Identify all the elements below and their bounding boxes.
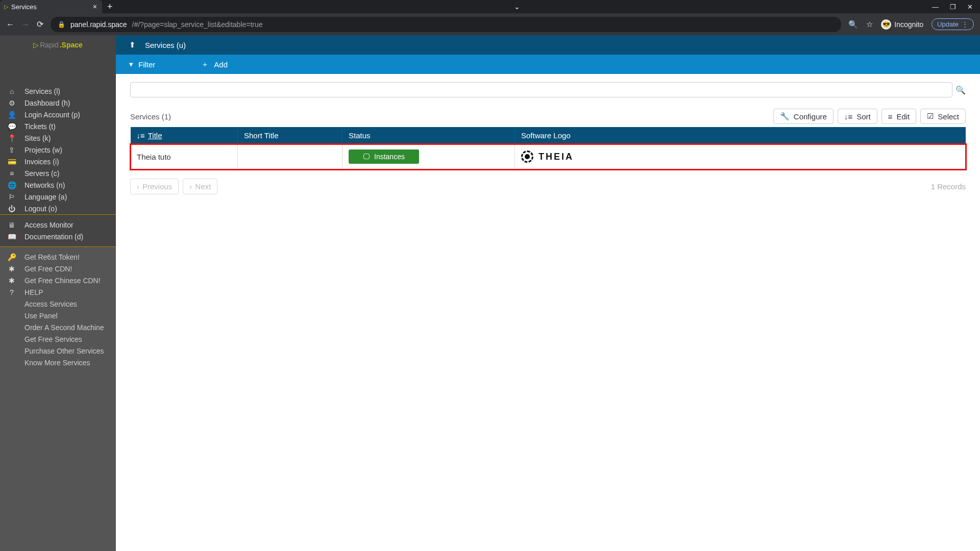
sidebar-item-get-free-services[interactable]: Get Free Services [0, 333, 116, 345]
new-tab-button[interactable]: + [107, 2, 113, 12]
sidebar-item-language[interactable]: 🏳Language (a) [0, 191, 116, 203]
sidebar-item-label: Login Account (p) [24, 111, 80, 119]
sidebar-main-list: ⌂Services (l) ⚙Dashboard (h) 👤Login Acco… [0, 85, 116, 214]
minimize-button[interactable]: — [932, 3, 939, 11]
sidebar-item-label: Access Services [24, 300, 77, 308]
cell-logo: THEIA [515, 144, 966, 169]
sidebar-item-dashboard[interactable]: ⚙Dashboard (h) [0, 97, 116, 109]
sidebar-item-order-machine[interactable]: Order A Second Machine [0, 321, 116, 333]
sidebar-item-tickets[interactable]: 💬Tickets (t) [0, 120, 116, 132]
monitor-icon: 🖥 [7, 221, 16, 229]
card-icon: 💳 [7, 158, 16, 166]
sidebar-item-documentation[interactable]: 📖Documentation (d) [0, 231, 116, 242]
configure-button[interactable]: 🔧Configure [773, 109, 834, 124]
edit-button[interactable]: ≡Edit [881, 109, 917, 124]
instances-button[interactable]: 🖵 Instances [349, 149, 419, 164]
reload-button[interactable]: ⟳ [37, 19, 43, 29]
col-status-header[interactable]: Status [342, 127, 515, 144]
key-icon: 🔑 [7, 253, 16, 261]
restore-button[interactable]: ❐ [950, 3, 956, 11]
sidebar-item-label: Get Re6st Token! [24, 253, 80, 261]
search-input[interactable] [130, 82, 952, 97]
sidebar-item-projects[interactable]: ⇪Projects (w) [0, 144, 116, 156]
theia-logo-text: THEIA [538, 152, 574, 162]
table-toolbar: 🔧Configure ↓≡Sort ≡Edit ☑Select [773, 109, 966, 124]
sidebar-item-free-chinese-cdn[interactable]: ✱Get Free Chinese CDN! [0, 274, 116, 286]
back-button[interactable]: ← [6, 20, 14, 29]
prev-page-button[interactable]: ‹Previous [130, 179, 179, 194]
incognito-indicator[interactable]: 😎 Incognito [881, 19, 923, 30]
main-content: ⬆ Services (u) ▾ Filter ＋ Add 🔍 Services… [116, 35, 980, 551]
incognito-icon: 😎 [881, 19, 891, 30]
tabs-overflow-icon[interactable]: ⌄ [514, 3, 520, 11]
sidebar-item-label: Projects (w) [24, 146, 62, 154]
sidebar-item-purchase-services[interactable]: Purchase Other Services [0, 345, 116, 357]
sidebar-item-label: Purchase Other Services [24, 347, 104, 355]
page-title: Services (u) [145, 41, 186, 49]
add-button[interactable]: ＋ Add [201, 60, 228, 69]
filter-button[interactable]: ▾ Filter [129, 60, 155, 69]
sidebar-item-sites[interactable]: 📍Sites (k) [0, 132, 116, 144]
sidebar-item-use-panel[interactable]: Use Panel [0, 310, 116, 321]
sidebar-item-label: Know More Services [24, 359, 90, 367]
sidebar-item-login[interactable]: 👤Login Account (p) [0, 109, 116, 120]
col-title-header[interactable]: ↓≡Title [131, 127, 238, 144]
sidebar-item-know-more[interactable]: Know More Services [0, 357, 116, 368]
sidebar-item-logout[interactable]: ⏻Logout (o) [0, 203, 116, 214]
tab-close-icon[interactable]: × [93, 3, 97, 11]
sidebar-item-label: HELP [24, 288, 43, 296]
records-label: 1 Records [931, 182, 966, 191]
table-row[interactable]: Theia tuto 🖵 Instances THEIA [131, 144, 966, 169]
up-arrow-icon[interactable]: ⬆ [129, 40, 136, 49]
share-icon: ⇪ [7, 146, 16, 154]
forward-button[interactable]: → [21, 20, 30, 29]
col-logo-header[interactable]: Software Logo [515, 127, 966, 144]
sort-button[interactable]: ↓≡Sort [838, 109, 877, 124]
close-window-button[interactable]: ✕ [967, 3, 973, 11]
instances-label: Instances [374, 153, 405, 161]
sidebar-item-free-cdn[interactable]: ✱Get Free CDN! [0, 263, 116, 274]
col-title-link[interactable]: Title [148, 131, 162, 140]
brand-rapid: Rapid [40, 41, 59, 49]
col-short-title-header[interactable]: Short Title [238, 127, 342, 144]
user-icon: 👤 [7, 111, 16, 119]
sidebar-item-label: Language (a) [24, 193, 67, 201]
sidebar-item-label: Servers (c) [24, 169, 59, 178]
sidebar-item-services[interactable]: ⌂Services (l) [0, 85, 116, 97]
toolbar-right: 🔍 ☆ 😎 Incognito Update ⋮ [848, 18, 974, 30]
lock-icon: 🔒 [58, 21, 65, 28]
sidebar-item-access-services[interactable]: Access Services [0, 298, 116, 310]
star-icon: ✱ [7, 277, 16, 285]
sidebar-secondary-list: 🖥Access Monitor 📖Documentation (d) [0, 215, 116, 246]
update-button[interactable]: Update ⋮ [932, 18, 974, 30]
brand-logo[interactable]: ▷ Rapid.Space [0, 35, 116, 55]
select-button[interactable]: ☑Select [920, 109, 966, 124]
sidebar-item-networks[interactable]: 🌐Networks (n) [0, 179, 116, 191]
sidebar-item-help[interactable]: ?HELP [0, 286, 116, 298]
sidebar-item-servers[interactable]: ≡Servers (c) [0, 167, 116, 179]
url-path: /#/?page=slap_service_list&editable=true [132, 20, 263, 29]
theia-logo: THEIA [521, 151, 959, 163]
browser-tab[interactable]: ▷ Services × [0, 0, 102, 13]
browser-address-bar: ← → ⟳ 🔒 panel.rapid.space/#/?page=slap_s… [0, 13, 980, 35]
sidebar: ▷ Rapid.Space ⌂Services (l) ⚙Dashboard (… [0, 35, 116, 551]
zoom-icon[interactable]: 🔍 [848, 20, 858, 29]
menu-kebab-icon: ⋮ [962, 20, 968, 28]
sidebar-item-invoices[interactable]: 💳Invoices (i) [0, 156, 116, 167]
bookmark-icon[interactable]: ☆ [866, 20, 873, 29]
services-table: ↓≡Title Short Title Status Software Logo… [130, 127, 966, 169]
filter-label: Filter [138, 60, 155, 69]
next-page-button[interactable]: ›Next [183, 179, 217, 194]
sidebar-item-re6st[interactable]: 🔑Get Re6st Token! [0, 251, 116, 263]
list-count-label: Services (1) [130, 112, 171, 121]
chat-icon: 💬 [7, 122, 16, 131]
url-input[interactable]: 🔒 panel.rapid.space/#/?page=slap_service… [51, 17, 841, 32]
search-row: 🔍 [130, 82, 966, 97]
dashboard-icon: ⚙ [7, 99, 16, 107]
cell-title: Theia tuto [131, 144, 238, 169]
home-icon: ⌂ [7, 87, 16, 95]
pin-icon: 📍 [7, 134, 16, 142]
search-submit-icon[interactable]: 🔍 [955, 85, 966, 95]
page-header: ⬆ Services (u) [116, 35, 980, 55]
sidebar-item-access-monitor[interactable]: 🖥Access Monitor [0, 219, 116, 231]
